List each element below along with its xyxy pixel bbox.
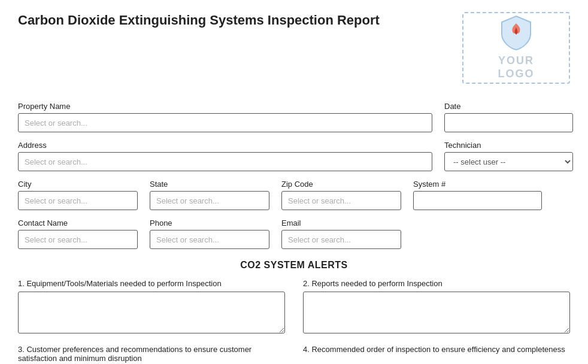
alert-1-label: 1. Equipment/Tools/Materials needed to p… [18, 279, 285, 288]
alerts-title: CO2 SYSTEM ALERTS [18, 260, 570, 271]
logo-text: YOUR LOGO [498, 54, 535, 80]
state-input[interactable] [150, 191, 269, 210]
alert-2-label: 2. Reports needed to perform Inspection [303, 279, 570, 288]
city-input[interactable] [18, 191, 138, 210]
alert-item-3: 3. Customer preferences and recommendati… [18, 345, 285, 364]
alert-1-textarea[interactable] [18, 292, 285, 333]
zip-label: Zip Code [281, 180, 401, 189]
zip-input[interactable] [281, 191, 401, 210]
state-label: State [150, 180, 269, 189]
alert-3-label: 3. Customer preferences and recommendati… [18, 345, 285, 363]
email-input[interactable] [281, 230, 401, 249]
alert-item-2: 2. Reports needed to perform Inspection [303, 279, 570, 335]
shield-icon [499, 15, 533, 51]
address-label: Address [18, 141, 432, 150]
technician-select[interactable]: -- select user -- [444, 152, 573, 171]
property-name-label: Property Name [18, 102, 432, 111]
date-label: Date [444, 102, 570, 111]
city-label: City [18, 180, 138, 189]
contact-label: Contact Name [18, 219, 138, 228]
alert-2-textarea[interactable] [303, 292, 570, 333]
property-name-input[interactable] [18, 113, 432, 132]
technician-label: Technician [444, 141, 570, 150]
alert-item-4: 4. Recommended order of inspection to en… [303, 345, 570, 364]
logo-box: YOUR LOGO [462, 12, 570, 84]
phone-label: Phone [150, 219, 269, 228]
form-section: Property Name Date 01/01/2020 Address Te… [18, 102, 570, 249]
alert-item-1: 1. Equipment/Tools/Materials needed to p… [18, 279, 285, 335]
system-input[interactable] [413, 191, 542, 210]
alert-4-label: 4. Recommended order of inspection to en… [303, 345, 570, 354]
address-input[interactable] [18, 152, 432, 171]
system-label: System # [413, 180, 539, 189]
phone-input[interactable] [150, 230, 269, 249]
page-title: Carbon Dioxide Extinguishing Systems Ins… [18, 12, 380, 29]
contact-input[interactable] [18, 230, 138, 249]
date-input[interactable]: 01/01/2020 [444, 113, 573, 132]
email-label: Email [281, 219, 401, 228]
alerts-section: CO2 SYSTEM ALERTS 1. Equipment/Tools/Mat… [18, 260, 570, 364]
